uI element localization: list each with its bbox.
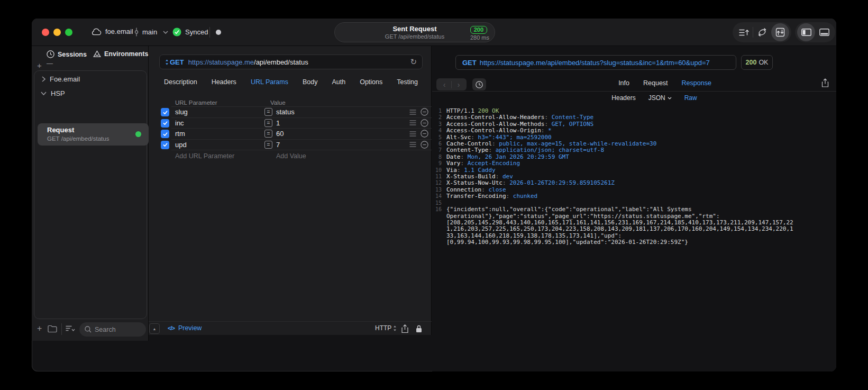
sort-list-icon[interactable]: [66, 325, 76, 332]
export-lines-button[interactable]: [735, 23, 753, 41]
tab-body[interactable]: Body: [303, 78, 318, 86]
new-request-button[interactable]: +: [37, 324, 42, 333]
tab-info[interactable]: Info: [618, 79, 629, 87]
tab-options[interactable]: Options: [360, 78, 382, 86]
checkmark-icon: [162, 131, 168, 137]
merge-requests-button[interactable]: [753, 23, 771, 41]
view-tab-json[interactable]: JSON: [648, 94, 672, 102]
add-param-value-field[interactable]: Add Value: [276, 152, 306, 160]
param-row: inc = 1: [149, 117, 432, 129]
sync-request-button[interactable]: [771, 23, 789, 41]
param-value-field[interactable]: 60: [276, 130, 284, 138]
param-name-field[interactable]: inc: [175, 119, 184, 127]
line-number: 16: [432, 206, 442, 246]
add-param-name-field[interactable]: Add URL Parameter: [175, 152, 234, 160]
param-value-field[interactable]: status: [276, 108, 295, 116]
param-value-field[interactable]: 7: [276, 141, 280, 149]
response-body: 1 HTTP/1.1 200 OK 2 Access-Control-Allow…: [432, 108, 824, 246]
screen: foe.email main Synced Sent Request GET /…: [0, 0, 868, 390]
project-cloud-menu[interactable]: foe.email: [91, 28, 133, 35]
sidebar-search-input[interactable]: Search: [79, 322, 146, 337]
response-view-tabs: Headers JSON Raw: [591, 94, 718, 102]
tab-description[interactable]: Description: [164, 78, 197, 86]
zoom-window-button[interactable]: [65, 29, 72, 36]
sidebar-bottom-divider: [61, 323, 62, 335]
param-enabled-checkbox[interactable]: [161, 141, 169, 149]
back-button[interactable]: ‹: [437, 80, 451, 89]
response-status-text: OK: [759, 59, 768, 66]
tab-environments-label: Environments: [104, 50, 148, 58]
tree-group-hsp[interactable]: HSP: [41, 89, 65, 97]
param-name-field[interactable]: upd: [175, 141, 187, 149]
param-enabled-checkbox[interactable]: [161, 130, 169, 138]
row-separator: [171, 128, 432, 129]
branch-selector[interactable]: main: [134, 28, 168, 37]
equals-operator-icon: =: [264, 119, 272, 127]
equals-operator-icon: =: [264, 141, 272, 149]
code-icon: </>: [168, 325, 175, 331]
column-header-parameter: URL Parameter: [175, 99, 217, 106]
param-enabled-checkbox[interactable]: [161, 108, 169, 116]
view-tab-headers[interactable]: Headers: [611, 94, 635, 102]
drag-handle-icon[interactable]: [409, 120, 416, 125]
history-clock-button[interactable]: [472, 78, 486, 90]
request-editor-panel: GET https://statuspage.me/api/embed/stat…: [149, 46, 432, 335]
request-item-selected[interactable]: Request GET /api/embed/status: [38, 123, 149, 146]
close-window-button[interactable]: [42, 29, 49, 36]
remove-param-icon[interactable]: [421, 108, 428, 116]
column-header-value: Value: [270, 99, 286, 106]
tree-group-foe-email[interactable]: Foe.email: [42, 75, 80, 83]
tab-sessions[interactable]: Sessions: [47, 50, 87, 58]
unsaved-indicator-dot[interactable]: [216, 30, 221, 35]
minimize-window-button[interactable]: [53, 29, 61, 36]
line-number: 11: [432, 174, 442, 180]
new-folder-icon[interactable]: [48, 325, 57, 332]
preview-button[interactable]: </> Preview: [168, 324, 202, 332]
tab-response[interactable]: Response: [682, 79, 711, 87]
tab-headers[interactable]: Headers: [212, 78, 236, 86]
drag-handle-icon[interactable]: [409, 131, 416, 137]
share-icon[interactable]: [401, 324, 408, 333]
tab-request[interactable]: Request: [643, 79, 668, 87]
line-number: 2: [432, 114, 442, 121]
resend-request-icon[interactable]: ↻: [410, 57, 417, 67]
tab-auth[interactable]: Auth: [332, 78, 345, 86]
param-name-field[interactable]: slug: [175, 108, 188, 116]
forward-button[interactable]: ›: [452, 80, 465, 89]
preview-label: Preview: [178, 324, 202, 332]
param-row: slug = status: [149, 106, 432, 117]
sidebar: Sessions Environments + — Foe.email HSP …: [32, 46, 149, 341]
sent-request-url-display[interactable]: GET https://statuspage.me/api/embed/stat…: [455, 55, 736, 70]
tab-url-params[interactable]: URL Params: [251, 78, 288, 86]
drag-handle-icon[interactable]: [409, 142, 416, 147]
request-url-bar[interactable]: GET https://statuspage.me/api/embed/stat…: [159, 55, 423, 69]
toggle-bottom-panel-button[interactable]: [815, 23, 833, 41]
remove-param-icon[interactable]: [421, 141, 428, 149]
param-enabled-checkbox[interactable]: [161, 119, 169, 128]
editor-bottom-bar: ▲ </> Preview HTTP: [149, 321, 432, 335]
method-dropdown[interactable]: GET: [165, 58, 184, 66]
param-value-field[interactable]: 1: [276, 119, 280, 127]
tab-environments[interactable]: Environments: [93, 50, 148, 58]
sync-status[interactable]: Synced: [172, 28, 208, 37]
lock-icon[interactable]: [416, 325, 422, 333]
remove-session-button[interactable]: —: [47, 60, 53, 67]
sync-status-label: Synced: [185, 28, 208, 36]
line-number: 1: [432, 108, 442, 114]
toggle-sidebar-button[interactable]: [797, 23, 815, 41]
view-tab-raw[interactable]: Raw: [684, 94, 697, 102]
line-number: 12: [432, 180, 442, 186]
remove-param-icon[interactable]: [421, 130, 428, 138]
share-response-icon[interactable]: [821, 78, 829, 87]
status-code-badge: 200: [470, 26, 487, 34]
add-session-button[interactable]: +: [37, 61, 42, 70]
param-name-field[interactable]: rtm: [175, 130, 185, 138]
sent-request-status-capsule[interactable]: Sent Request GET /api/embed/status 200 2…: [334, 22, 495, 42]
request-duration: 280 ms: [470, 34, 489, 41]
expand-console-button[interactable]: ▲: [149, 323, 160, 334]
drag-handle-icon[interactable]: [409, 110, 416, 115]
tab-testing[interactable]: Testing: [397, 78, 418, 86]
titlebar-divider: [209, 27, 210, 38]
protocol-selector[interactable]: HTTP: [375, 324, 397, 332]
remove-param-icon[interactable]: [421, 119, 428, 127]
